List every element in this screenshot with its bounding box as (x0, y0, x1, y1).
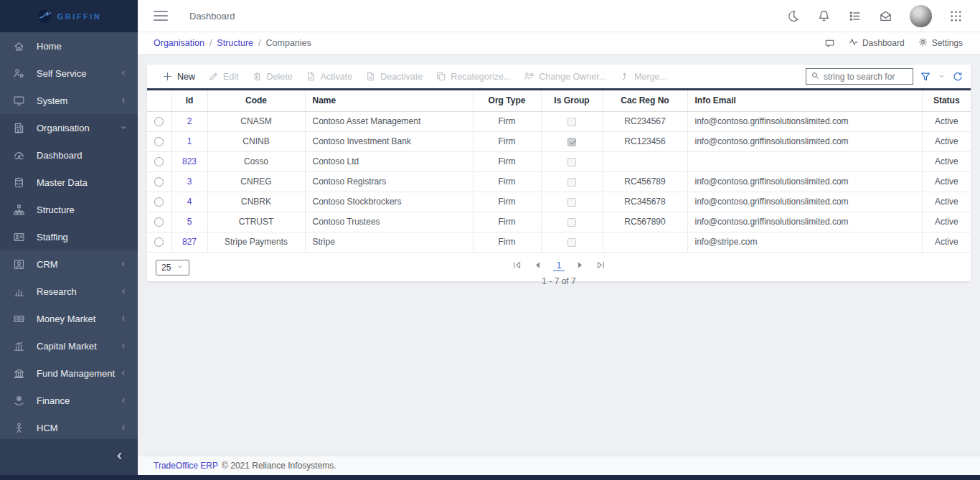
column-header-name[interactable]: Name (305, 90, 473, 111)
menu-toggle-icon[interactable] (154, 11, 168, 21)
row-id-link[interactable]: 827 (182, 237, 197, 247)
row-status: Active (922, 111, 971, 131)
comments-icon[interactable] (824, 38, 835, 49)
edit-button[interactable]: Edit (202, 68, 245, 85)
row-id-link[interactable]: 4 (187, 197, 192, 207)
sidebar-item-label: Money Market (37, 314, 119, 324)
new-button[interactable]: New (156, 68, 202, 85)
sidebar-item-hcm[interactable]: HCM (0, 414, 138, 441)
notifications-bell-icon[interactable] (817, 9, 831, 23)
change-owner-button[interactable]: Change Owner... (517, 68, 613, 85)
column-header-org-type[interactable]: Org Type (473, 90, 541, 111)
row-select-radio[interactable] (154, 177, 164, 187)
chevron-down-icon (119, 123, 128, 132)
first-page-icon[interactable] (512, 260, 522, 270)
filter-icon[interactable] (920, 71, 931, 83)
row-info-email: info@contoso.griffinsolutionslimited.com (687, 212, 922, 232)
column-header-code[interactable]: Code (207, 90, 305, 111)
row-status: Active (922, 171, 971, 192)
sidebar-item-system[interactable]: System (0, 87, 138, 114)
chevron-left-icon (119, 423, 128, 432)
chevron-left-icon (119, 342, 128, 350)
tasks-list-icon[interactable] (848, 9, 862, 23)
sidebar-item-organisation[interactable]: Organisation (0, 114, 138, 141)
row-select-radio[interactable] (154, 117, 164, 126)
dashboard-icon (13, 149, 25, 161)
is-group-checkbox (567, 158, 576, 166)
sidebar-item-self-service[interactable]: Self Service (0, 60, 138, 87)
sidebar-item-structure[interactable]: Structure (0, 196, 138, 223)
messages-mail-icon[interactable] (879, 9, 892, 23)
row-cac-reg-no (603, 232, 687, 252)
search-input[interactable] (824, 72, 908, 82)
row-id-link[interactable]: 2 (187, 116, 192, 126)
delete-button[interactable]: Delete (245, 68, 299, 85)
app-root: GRIFFIN HomeSelf ServiceSystemOrganisati… (0, 0, 980, 475)
row-select-radio[interactable] (154, 217, 164, 227)
row-id-link[interactable]: 5 (187, 217, 192, 227)
dark-mode-icon[interactable] (786, 9, 800, 23)
sidebar-item-staffing[interactable]: Staffing (0, 223, 138, 250)
column-header-status[interactable]: Status (922, 90, 971, 111)
refresh-icon[interactable] (952, 71, 963, 83)
table-row: 3CNREGContoso RegistrarsFirmRC456789info… (147, 171, 971, 192)
sidebar-item-fund-management[interactable]: Fund Management (0, 359, 138, 387)
row-select-radio[interactable] (154, 137, 164, 146)
row-id-link[interactable]: 3 (187, 177, 192, 187)
filter-chevron-icon[interactable] (938, 72, 946, 80)
chevron-left-icon (119, 96, 128, 105)
column-header-cac-reg-no[interactable]: Cac Reg No (603, 90, 687, 111)
row-select-radio[interactable] (154, 157, 164, 166)
breadcrumb-structure[interactable]: Structure (217, 38, 253, 48)
grid-container: IdCodeNameOrg TypeIs GroupCac Reg NoInfo… (147, 88, 971, 253)
sidebar-collapse-bar[interactable] (0, 439, 138, 475)
prev-page-icon[interactable] (532, 260, 543, 270)
row-code: Stripe Payments (207, 232, 305, 252)
sidebar-item-finance[interactable]: Finance (0, 387, 138, 414)
activate-button[interactable]: Activate (299, 68, 359, 85)
page-size-select[interactable]: 25 (156, 260, 189, 276)
dashboard-shortcut[interactable]: Dashboard (848, 37, 905, 50)
apps-grid-icon[interactable] (949, 9, 963, 23)
research-icon (13, 286, 25, 298)
deactivate-button[interactable]: Deactivate (359, 68, 429, 85)
table-row: 823CossoContoso LtdFirmActive (147, 151, 971, 171)
row-select-radio[interactable] (154, 237, 164, 247)
recategorize-button[interactable]: Recategorize... (429, 68, 517, 85)
row-cac-reg-no: RC345678 (603, 192, 687, 212)
last-page-icon[interactable] (595, 260, 606, 270)
toolbar-button-label: Recategorize... (451, 72, 511, 82)
column-header-info-email[interactable]: Info Email (687, 90, 922, 111)
row-cac-reg-no: RC456789 (603, 171, 687, 192)
current-page-link[interactable]: 1 (553, 260, 564, 271)
row-id-link[interactable]: 1 (187, 136, 192, 146)
bottom-strip (0, 475, 980, 480)
row-status: Active (922, 192, 971, 212)
settings-button[interactable]: Settings (918, 37, 963, 50)
companies-table: IdCodeNameOrg TypeIs GroupCac Reg NoInfo… (147, 90, 971, 253)
sidebar-item-money-market[interactable]: Money Market (0, 305, 138, 332)
sidebar-item-label: Master Data (37, 177, 128, 188)
table-row: 4CNBRKContoso StockbrockersFirmRC345678i… (147, 192, 971, 212)
structure-icon (13, 204, 25, 216)
row-id-link[interactable]: 823 (182, 156, 197, 166)
user-avatar[interactable] (910, 5, 932, 27)
merge-button[interactable]: Merge... (613, 68, 674, 85)
companies-card: NewEditDeleteActivateDeactivateRecategor… (147, 65, 971, 281)
sidebar-item-master-data[interactable]: Master Data (0, 169, 138, 196)
sidebar-item-research[interactable]: Research (0, 278, 138, 305)
sidebar-item-home[interactable]: Home (0, 32, 138, 60)
column-header-is-group[interactable]: Is Group (541, 90, 603, 111)
logo[interactable]: GRIFFIN (0, 0, 138, 32)
sidebar-item-dashboard[interactable]: Dashboard (0, 141, 138, 169)
breadcrumb-organisation[interactable]: Organisation (154, 38, 204, 48)
sidebar-item-capital-market[interactable]: Capital Market (0, 332, 138, 359)
next-page-icon[interactable] (575, 260, 585, 270)
tradeoffice-link[interactable]: TradeOffice ERP (154, 461, 218, 471)
column-header-id[interactable]: Id (171, 90, 207, 111)
sidebar-item-label: Structure (37, 204, 128, 215)
sidebar-item-crm[interactable]: CRM (0, 250, 138, 278)
toolbar-button-label: Change Owner... (539, 72, 606, 82)
row-select-radio[interactable] (154, 197, 164, 207)
page-range-text: 1 - 7 of 7 (542, 276, 575, 286)
